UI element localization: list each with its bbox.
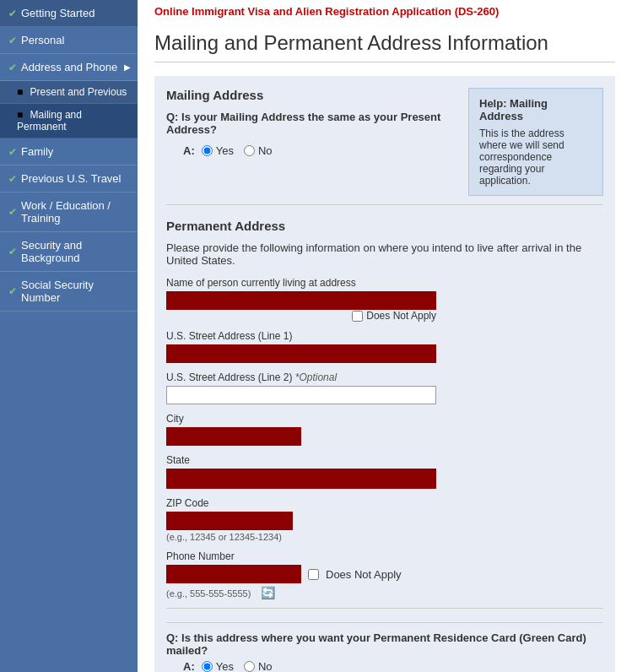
street2-field-group: U.S. Street Address (Line 2) *Optional [166,371,603,404]
phone-label: Phone Number [166,550,603,562]
phone-row: Does Not Apply [166,565,603,583]
sidebar-item-label: Previous U.S. Travel [21,172,122,185]
mailing-no-radio[interactable] [244,145,255,156]
name-does-not-apply-label: Does Not Apply [366,310,436,322]
sidebar-item-present-previous[interactable]: ■ Present and Previous [0,81,138,104]
sidebar-item-label: Address and Phone [21,61,117,73]
sidebar-item-label: Getting Started [21,7,95,19]
check-icon: ✔ [8,246,17,257]
check-icon: ✔ [8,173,17,185]
phone-hint-row: (e.g., 555-555-5555) 🔄 [166,586,603,599]
sidebar-item-family[interactable]: ✔ Family [0,138,138,165]
sidebar-item-label: Security and Background [21,239,129,264]
street2-optional-label: *Optional [295,371,337,383]
sidebar-item-work-education[interactable]: ✔ Work / Education / Training [0,192,138,232]
sidebar-item-security-background[interactable]: ✔ Security and Background [0,232,138,272]
help-box-text: This is the address where we will send c… [479,127,592,187]
sidebar: ✔ Getting Started ✔ Personal ✔ Address a… [0,0,138,672]
green-card-yes-option[interactable]: Yes [202,660,234,672]
sidebar-item-label: Mailing and Permanent [17,109,82,133]
mailing-left: Mailing Address Q: Is your Mailing Addre… [166,88,456,196]
green-card-section: Q: Is this address where you want your P… [166,622,603,672]
zip-hint: (e.g., 12345 or 12345-1234) [166,532,603,542]
mailing-section-title: Mailing Address [166,88,456,102]
city-label: City [166,413,603,425]
answer-a-label-2: A: [183,660,195,672]
sidebar-item-label: Family [21,145,53,158]
city-input[interactable] [166,427,301,446]
zip-input[interactable] [166,512,293,530]
phone-refresh-icon[interactable]: 🔄 [261,586,275,599]
state-field-group: State [166,454,603,489]
name-does-not-apply-checkbox[interactable] [352,311,363,322]
green-card-question: Q: Is this address where you want your P… [166,631,603,657]
name-input[interactable] [166,291,436,310]
state-select[interactable] [166,469,436,489]
street1-field-group: U.S. Street Address (Line 1) [166,330,603,363]
green-card-no-label: No [258,660,273,672]
mailing-yes-option[interactable]: Yes [202,144,234,157]
app-title-link[interactable]: Online Immigrant Visa and Alien Registra… [154,0,615,23]
mailing-radio-group: Yes No [202,144,273,157]
name-field-group: Name of person currently living at addre… [166,277,603,322]
green-card-answer-row: A: Yes No [183,660,603,672]
green-card-no-option[interactable]: No [244,660,273,672]
mailing-no-label: No [258,144,273,157]
bullet-icon: ■ [17,86,23,98]
green-card-radio-group: Yes No [202,660,273,672]
check-icon: ✔ [8,8,17,19]
name-field-label: Name of person currently living at addre… [166,277,603,289]
mailing-no-option[interactable]: No [244,144,273,157]
sidebar-item-getting-started[interactable]: ✔ Getting Started [0,0,138,27]
sidebar-item-label: Work / Education / Training [21,199,129,225]
permanent-section-desc: Please provide the following information… [166,241,603,267]
street1-input[interactable] [166,344,436,363]
chevron-right-icon: ▶ [124,62,131,72]
sidebar-item-address-phone[interactable]: ✔ Address and Phone ▶ [0,54,138,81]
sidebar-item-previous-us-travel[interactable]: ✔ Previous U.S. Travel [0,165,138,192]
bullet-icon: ■ [17,109,23,121]
form-area: Mailing Address Q: Is your Mailing Addre… [154,76,615,672]
check-icon: ✔ [8,206,17,218]
mailing-yes-radio[interactable] [202,145,213,156]
phone-does-not-apply-label: Does Not Apply [326,568,402,581]
state-label: State [166,454,603,466]
check-icon: ✔ [8,62,17,73]
check-icon: ✔ [8,285,17,297]
phone-field-group: Phone Number Does Not Apply (e.g., 555-5… [166,550,603,599]
green-card-no-radio[interactable] [244,661,255,672]
answer-a-label: A: [183,144,195,157]
divider-2 [166,608,603,609]
city-field-group: City [166,413,603,446]
mailing-answer-row: A: Yes No [183,144,456,157]
mailing-yes-label: Yes [216,144,234,157]
mailing-question: Q: Is your Mailing Address the same as y… [166,111,456,136]
zip-field-group: ZIP Code (e.g., 12345 or 12345-1234) [166,497,603,542]
sidebar-item-mailing-permanent[interactable]: ■ Mailing and Permanent [0,104,138,138]
phone-does-not-apply-checkbox[interactable] [308,569,319,580]
sidebar-item-social-security[interactable]: ✔ Social Security Number [0,272,138,312]
help-box: Help: Mailing Address This is the addres… [468,88,603,196]
phone-hint: (e.g., 555-555-5555) [166,588,251,599]
street2-input[interactable] [166,386,436,404]
help-box-title: Help: Mailing Address [479,97,592,122]
green-card-yes-label: Yes [216,660,234,672]
main-content: Online Immigrant Visa and Alien Registra… [138,0,632,672]
zip-label: ZIP Code [166,497,603,509]
permanent-address-section: Permanent Address Please provide the fol… [166,219,603,672]
phone-input[interactable] [166,565,301,583]
divider [166,204,603,205]
green-card-yes-radio[interactable] [202,661,213,672]
check-icon: ✔ [8,35,17,46]
check-icon: ✔ [8,146,17,158]
mailing-question-row: Q: Is your Mailing Address the same as y… [166,111,456,136]
name-does-not-apply-row: Does Not Apply [166,310,436,322]
sidebar-item-label: Present and Previous [30,86,127,98]
sidebar-item-personal[interactable]: ✔ Personal [0,27,138,54]
sidebar-item-label: Personal [21,34,64,46]
permanent-section-title: Permanent Address [166,219,603,233]
page-title: Mailing and Permanent Address Informatio… [154,31,615,62]
street1-label: U.S. Street Address (Line 1) [166,330,603,342]
sidebar-item-label: Social Security Number [21,279,129,304]
mailing-address-section: Mailing Address Q: Is your Mailing Addre… [166,88,603,196]
